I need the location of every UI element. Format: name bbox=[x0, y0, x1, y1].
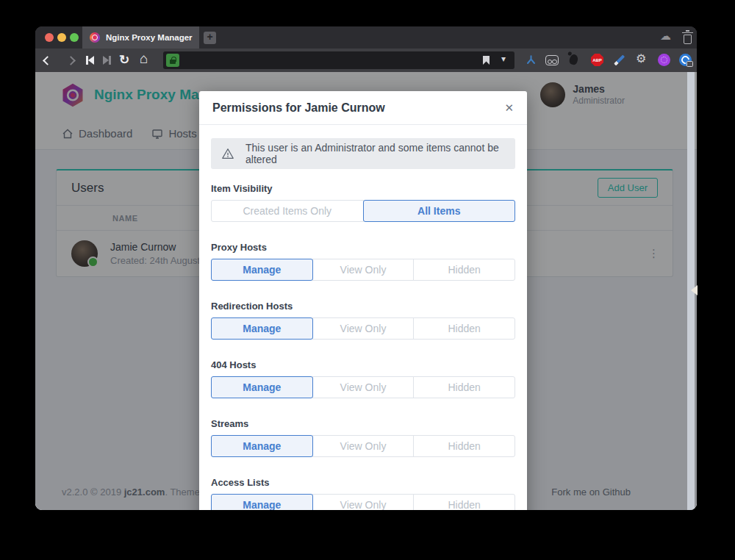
forward-button[interactable] bbox=[66, 56, 76, 65]
404-hosts-manage-button[interactable]: Manage bbox=[211, 376, 313, 398]
proxy-hosts-manage-button[interactable]: Manage bbox=[211, 259, 313, 281]
section-label-404-hosts: 404 Hosts bbox=[211, 359, 515, 370]
window-edge-arrow-icon bbox=[686, 285, 698, 295]
ext-gear-icon[interactable]: ⚙ bbox=[636, 51, 646, 65]
window-close-button[interactable] bbox=[45, 33, 54, 42]
section-label-streams: Streams bbox=[211, 418, 515, 429]
streams-view-only-button[interactable]: View Only bbox=[312, 435, 415, 457]
browser-window: Nginx Proxy Manager + ☁ ↻ ⌂ ▾ ABP bbox=[35, 26, 697, 510]
home-button[interactable]: ⌂ bbox=[140, 51, 148, 67]
access-lists-manage-button[interactable]: Manage bbox=[211, 494, 313, 510]
cloud-sync-icon[interactable]: ☁ bbox=[660, 29, 671, 43]
trash-icon[interactable] bbox=[684, 35, 692, 44]
redirection-hosts-manage-button[interactable]: Manage bbox=[211, 317, 313, 340]
new-tab-button[interactable]: + bbox=[204, 32, 216, 44]
modal-title: Permissions for Jamie Curnow bbox=[212, 101, 385, 115]
404-hosts-hidden-button[interactable]: Hidden bbox=[413, 376, 515, 398]
permissions-modal: Permissions for Jamie Curnow ✕ This user… bbox=[199, 91, 527, 510]
url-bar[interactable]: ▾ bbox=[163, 51, 514, 69]
https-lock-icon[interactable] bbox=[166, 54, 179, 67]
modal-header: Permissions for Jamie Curnow ✕ bbox=[199, 91, 527, 125]
tab-title: Nginx Proxy Manager bbox=[106, 33, 193, 42]
visibility-all-items-button[interactable]: All Items bbox=[363, 200, 516, 222]
ext-adblock-icon[interactable]: ABP bbox=[591, 54, 603, 66]
ext-stylus-icon[interactable] bbox=[614, 55, 624, 65]
refresh-button[interactable]: ↻ bbox=[119, 52, 129, 68]
modal-close-icon[interactable]: ✕ bbox=[504, 101, 514, 115]
proxy-hosts-view-only-button[interactable]: View Only bbox=[312, 259, 415, 281]
skip-back-button[interactable] bbox=[86, 56, 94, 65]
redirection-hosts-group: Manage View Only Hidden bbox=[211, 317, 515, 340]
ext-privacy-lock-icon[interactable] bbox=[679, 54, 692, 66]
visibility-created-only-button[interactable]: Created Items Only bbox=[211, 200, 364, 222]
streams-group: Manage View Only Hidden bbox=[211, 435, 515, 457]
proxy-hosts-hidden-button[interactable]: Hidden bbox=[413, 259, 515, 281]
warning-triangle-icon bbox=[221, 146, 234, 161]
browser-tab[interactable]: Nginx Proxy Manager bbox=[82, 26, 199, 49]
section-label-access-lists: Access Lists bbox=[211, 477, 515, 488]
skip-forward-button[interactable] bbox=[103, 56, 111, 65]
access-lists-view-only-button[interactable]: View Only bbox=[312, 494, 415, 510]
redirection-hosts-view-only-button[interactable]: View Only bbox=[312, 317, 415, 340]
screenshot-stage: Nginx Proxy Manager + ☁ ↻ ⌂ ▾ ABP bbox=[0, 0, 735, 560]
browser-toolbar: ↻ ⌂ ▾ ABP ⚙ bbox=[35, 49, 697, 72]
ext-fork-icon[interactable] bbox=[525, 54, 537, 66]
ext-gnome-foot-icon[interactable] bbox=[568, 54, 578, 65]
window-minimize-button[interactable] bbox=[57, 33, 66, 42]
404-hosts-view-only-button[interactable]: View Only bbox=[312, 376, 415, 398]
window-zoom-button[interactable] bbox=[70, 33, 79, 42]
item-visibility-label: Item Visibility bbox=[211, 183, 515, 194]
page-viewport: Nginx Proxy Manager James Administrator … bbox=[35, 72, 697, 510]
item-visibility-group: Created Items Only All Items bbox=[211, 200, 515, 222]
redirection-hosts-hidden-button[interactable]: Hidden bbox=[413, 317, 515, 340]
ext-purple-icon[interactable] bbox=[658, 54, 670, 66]
access-lists-group: Manage View Only Hidden bbox=[211, 494, 515, 510]
streams-hidden-button[interactable]: Hidden bbox=[413, 435, 515, 457]
admin-warning-alert: This user is an Administrator and some i… bbox=[211, 138, 515, 169]
section-label-redirection-hosts: Redirection Hosts bbox=[211, 301, 515, 312]
browser-titlebar: Nginx Proxy Manager + ☁ bbox=[35, 26, 697, 49]
section-label-proxy-hosts: Proxy Hosts bbox=[211, 242, 515, 253]
back-button[interactable] bbox=[43, 56, 52, 65]
ext-goggles-icon[interactable] bbox=[545, 55, 559, 65]
npm-favicon-icon bbox=[90, 32, 100, 43]
streams-manage-button[interactable]: Manage bbox=[211, 435, 313, 457]
bookmarks-dropdown-caret-icon[interactable]: ▾ bbox=[501, 54, 506, 64]
404-hosts-group: Manage View Only Hidden bbox=[211, 376, 515, 398]
admin-warning-text: This user is an Administrator and some i… bbox=[245, 142, 505, 165]
access-lists-hidden-button[interactable]: Hidden bbox=[413, 494, 515, 510]
bookmark-icon[interactable] bbox=[483, 56, 490, 65]
proxy-hosts-group: Manage View Only Hidden bbox=[211, 259, 515, 281]
